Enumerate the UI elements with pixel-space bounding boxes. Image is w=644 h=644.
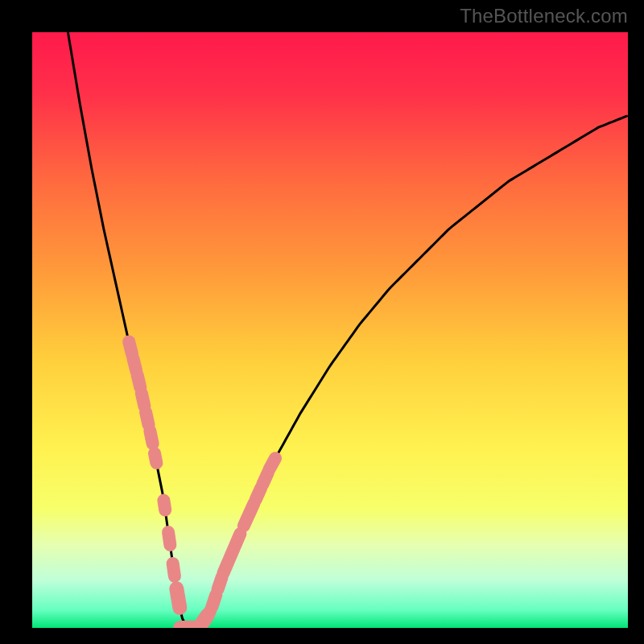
bead bbox=[176, 588, 180, 608]
plot-area bbox=[32, 32, 628, 628]
watermark-text: TheBottleneck.com bbox=[460, 5, 628, 27]
chart-frame: TheBottleneck.com bbox=[0, 0, 644, 644]
bead bbox=[163, 501, 165, 510]
bead bbox=[173, 564, 175, 576]
bead bbox=[155, 453, 156, 463]
bead bbox=[138, 375, 141, 388]
bead bbox=[142, 394, 144, 407]
bead bbox=[269, 458, 275, 469]
bottleneck-chart bbox=[32, 32, 628, 628]
bead bbox=[146, 412, 148, 425]
bead bbox=[168, 532, 170, 545]
bead bbox=[150, 431, 152, 444]
gradient-background bbox=[32, 32, 628, 628]
bead bbox=[212, 595, 216, 607]
bead bbox=[235, 534, 240, 546]
